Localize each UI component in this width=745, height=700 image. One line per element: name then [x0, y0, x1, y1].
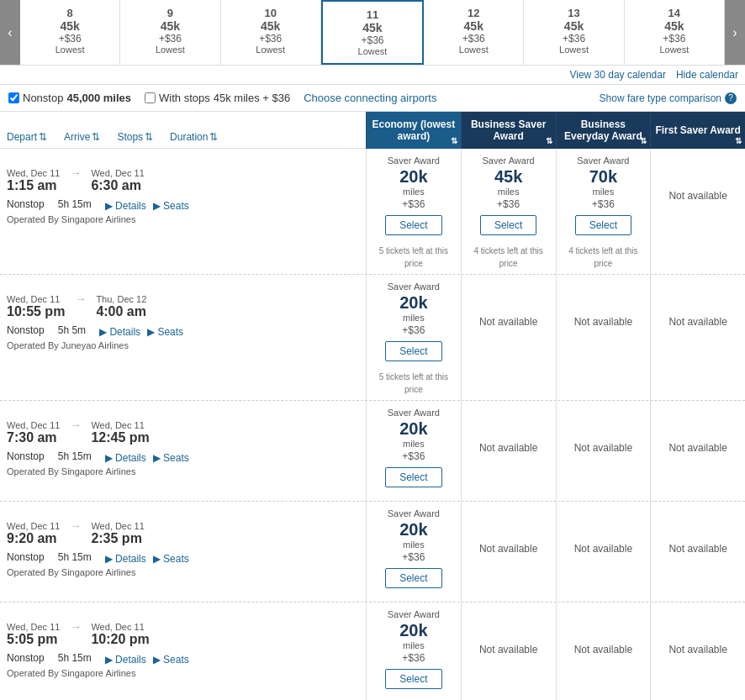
duration-sort[interactable]: Duration ⇅	[170, 131, 218, 143]
arrive-sort[interactable]: Arrive ⇅	[64, 131, 100, 143]
ticket-info-cell-0-3	[650, 242, 745, 274]
award-cells-2: Saver Award 20k miles +$36 Select Not av…	[366, 401, 745, 494]
award-cell-2-1: Not available	[461, 401, 556, 494]
flight-row: Wed, Dec 11 7:30 am → Wed, Dec 11 12:45 …	[0, 401, 745, 502]
award-cell-4-3: Not available	[650, 603, 745, 696]
calendar-day-12[interactable]: 12 45k +$36 Lowest	[424, 0, 524, 65]
filter-row: Nonstop 45,000 miles With stops 45k mile…	[0, 85, 745, 112]
select-button-0-0[interactable]: Select	[385, 215, 441, 235]
award-cells-3: Saver Award 20k miles +$36 Select Not av…	[366, 502, 745, 595]
operated-by-3: Operated By Singapore Airlines	[7, 567, 359, 577]
flight-info-header: Depart ⇅ Arrive ⇅ Stops ⇅ Duration ⇅	[0, 112, 366, 149]
connecting-airports-link[interactable]: Choose connecting airports	[304, 92, 436, 104]
select-button-0-2[interactable]: Select	[575, 215, 631, 235]
nonstop-filter[interactable]: Nonstop 45,000 miles	[8, 92, 131, 104]
details-link-1[interactable]: ▶ Details	[99, 326, 140, 338]
award-cell-3-1: Not available	[461, 502, 556, 595]
sort-arrow-biz-saver: ⇅	[546, 136, 552, 145]
flight-row-inner: Wed, Dec 11 10:55 pm → Thu, Dec 12 4:00 …	[0, 275, 745, 368]
flight-row-inner: Wed, Dec 11 7:30 am → Wed, Dec 11 12:45 …	[0, 401, 745, 494]
view-30-day-link[interactable]: View 30 day calendar	[569, 69, 666, 81]
details-link-2[interactable]: ▶ Details	[105, 452, 146, 464]
calendar-next-button[interactable]: ›	[725, 0, 745, 65]
flight-row-inner: Wed, Dec 11 1:15 am → Wed, Dec 11 6:30 a…	[0, 149, 745, 242]
details-link-0[interactable]: ▶ Details	[105, 200, 146, 212]
award-header-first-saver[interactable]: First Saver Award ⇅	[650, 112, 745, 149]
seats-link-3[interactable]: ▶ Seats	[153, 553, 189, 565]
ticket-info-row-0: 5 tickets left at this price 4 tickets l…	[0, 242, 745, 274]
ticket-info-cells-4	[366, 696, 745, 700]
withstops-checkbox[interactable]	[145, 92, 156, 103]
flight-row: Wed, Dec 11 5:05 pm → Wed, Dec 11 10:20 …	[0, 603, 745, 700]
fare-compare-link[interactable]: Show fare type comparison	[600, 92, 721, 104]
award-headers: Economy (lowest award) ⇅ Business Saver …	[366, 112, 745, 149]
award-header-economy[interactable]: Economy (lowest award) ⇅	[366, 112, 461, 149]
operated-by-1: Operated By Juneyao Airlines	[7, 340, 359, 350]
withstops-value: 45k miles + $36	[214, 92, 290, 104]
select-button-1-0[interactable]: Select	[385, 341, 441, 361]
ticket-info-cell-2-2	[556, 494, 651, 501]
ticket-info-cell-0-1: 4 tickets left at this price	[461, 242, 556, 274]
flight-meta-4: Nonstop 5h 15m ▶ Details ▶ Seats	[7, 650, 359, 666]
award-cell-4-2: Not available	[556, 603, 651, 696]
flight-meta-0: Nonstop 5h 15m ▶ Details ▶ Seats	[7, 197, 359, 212]
ticket-info-cells-0: 5 tickets left at this price 4 tickets l…	[366, 242, 745, 274]
ticket-info-cells-2	[366, 494, 745, 501]
ticket-info-cell-4-1	[461, 696, 556, 700]
award-header-business-saver[interactable]: Business Saver Award ⇅	[461, 112, 556, 149]
details-link-4[interactable]: ▶ Details	[105, 654, 146, 666]
award-cell-4-0: Saver Award 20k miles +$36 Select	[366, 603, 461, 696]
hide-calendar-link[interactable]: Hide calendar	[676, 69, 738, 81]
flight-times-0: Wed, Dec 11 1:15 am → Wed, Dec 11 6:30 a…	[7, 166, 359, 193]
ticket-info-cells-1: 5 tickets left at this price	[366, 368, 745, 400]
ticket-info-cell-3-3	[650, 595, 745, 602]
select-button-3-0[interactable]: Select	[385, 568, 441, 588]
sort-arrow-biz-everyday: ⇅	[640, 136, 647, 145]
flight-meta-1: Nonstop 5h 5m ▶ Details ▶ Seats	[7, 323, 359, 338]
seats-link-0[interactable]: ▶ Seats	[153, 200, 189, 212]
ticket-info-row-4	[0, 696, 745, 700]
calendar-day-14[interactable]: 14 45k +$36 Lowest	[625, 0, 725, 65]
ticket-info-cell-1-0: 5 tickets left at this price	[366, 368, 461, 400]
award-cell-2-3: Not available	[650, 401, 745, 494]
calendar-day-8[interactable]: 8 45k +$36 Lowest	[20, 0, 120, 65]
column-headers: Depart ⇅ Arrive ⇅ Stops ⇅ Duration ⇅ Eco…	[0, 112, 745, 149]
select-button-0-1[interactable]: Select	[480, 215, 536, 235]
ticket-info-cells-3	[366, 595, 745, 602]
ticket-info-cell-1-2	[556, 368, 651, 400]
select-button-2-0[interactable]: Select	[385, 467, 441, 487]
calendar-prev-button[interactable]: ‹	[0, 0, 20, 65]
award-header-business-everyday[interactable]: Business Everyday Award ⇅	[556, 112, 651, 149]
ticket-info-cell-0-0: 5 tickets left at this price	[366, 242, 461, 274]
flight-info-4: Wed, Dec 11 5:05 pm → Wed, Dec 11 10:20 …	[0, 603, 366, 696]
award-cell-1-2: Not available	[556, 275, 651, 368]
seats-link-4[interactable]: ▶ Seats	[153, 654, 189, 666]
ticket-info-cell-3-2	[556, 595, 651, 602]
select-button-4-0[interactable]: Select	[385, 669, 441, 689]
award-cell-0-3: Not available	[650, 149, 745, 242]
calendar-day-11[interactable]: 11 45k +$36 Lowest	[321, 0, 424, 65]
award-cell-0-0: Saver Award 20k miles +$36 Select	[366, 149, 461, 242]
fare-compare: Show fare type comparison ?	[600, 92, 737, 104]
withstops-filter[interactable]: With stops 45k miles + $36	[145, 92, 290, 104]
nonstop-checkbox[interactable]	[8, 92, 19, 103]
operated-by-4: Operated By Singapore Airlines	[7, 668, 359, 678]
details-link-3[interactable]: ▶ Details	[105, 553, 146, 565]
seats-link-1[interactable]: ▶ Seats	[147, 326, 183, 338]
help-icon[interactable]: ?	[725, 92, 737, 104]
calendar-day-10[interactable]: 10 45k +$36 Lowest	[221, 0, 321, 65]
flight-meta-2: Nonstop 5h 15m ▶ Details ▶ Seats	[7, 449, 359, 464]
calendar-day-13[interactable]: 13 45k +$36 Lowest	[524, 0, 624, 65]
depart-sort[interactable]: Depart ⇅	[7, 131, 47, 143]
flights-container: Wed, Dec 11 1:15 am → Wed, Dec 11 6:30 a…	[0, 149, 745, 700]
ticket-info-cell-2-0	[366, 494, 461, 501]
seats-link-2[interactable]: ▶ Seats	[153, 452, 189, 464]
flight-meta-3: Nonstop 5h 15m ▶ Details ▶ Seats	[7, 550, 359, 565]
operated-by-0: Operated By Singapore Airlines	[7, 214, 359, 224]
ticket-info-row-3	[0, 595, 745, 602]
ticket-info-cell-1-1	[461, 368, 556, 400]
calendar-day-9[interactable]: 9 45k +$36 Lowest	[120, 0, 220, 65]
stops-sort[interactable]: Stops ⇅	[117, 131, 153, 143]
calendar-days: 8 45k +$36 Lowest 9 45k +$36 Lowest 10 4…	[20, 0, 725, 65]
flight-times-3: Wed, Dec 11 9:20 am → Wed, Dec 11 2:35 p…	[7, 519, 359, 546]
